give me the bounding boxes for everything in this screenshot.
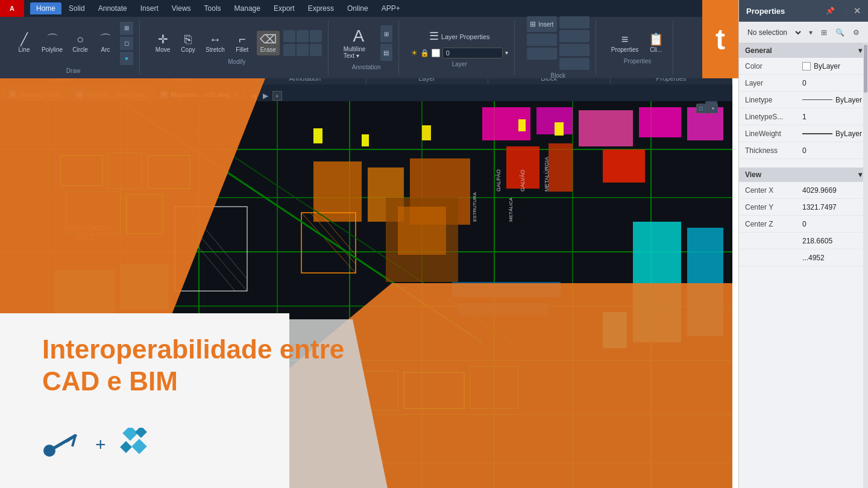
svg-rect-23: [549, 143, 573, 192]
ribbon-tab-express[interactable]: Express: [302, 2, 340, 14]
tab-dwg-icon-1: D: [9, 91, 16, 98]
ribbon-tab-annotate[interactable]: Annotate: [92, 2, 133, 14]
lineweight-value[interactable]: ByLayer: [802, 130, 862, 138]
ribbon-tab-solid[interactable]: Solid: [63, 2, 91, 14]
layer-row-value[interactable]: 0: [802, 79, 862, 87]
clipboard-button[interactable]: 📋 Cli...: [645, 31, 667, 55]
block-insert-btn-1[interactable]: ⊞ Insert: [527, 16, 557, 32]
modify-btn-3[interactable]: [310, 30, 322, 42]
linetype-text: ByLayer: [835, 96, 862, 104]
line-button[interactable]: ╱ Line: [13, 31, 35, 55]
ribbon-group-modify: ✛ Move ⎘ Copy ↔ Stretch ⌐ Fillet ⌫ Era: [146, 20, 329, 75]
modify-btn-2[interactable]: [297, 30, 309, 42]
clipboard-label: Cli...: [650, 46, 662, 53]
tab-nav-left[interactable]: ◀: [248, 90, 259, 101]
layer-name-input[interactable]: [442, 48, 503, 58]
ribbon-tab-home[interactable]: Home: [30, 2, 61, 14]
polyline-label: Polyline: [42, 46, 63, 53]
multiline-text-icon: A: [353, 28, 364, 45]
modify-btn-1[interactable]: [283, 30, 295, 42]
copy-button[interactable]: ⎘ Copy: [177, 31, 199, 55]
revit-logo: [42, 430, 84, 460]
block-btn-7[interactable]: [559, 58, 590, 70]
svg-rect-51: [54, 270, 115, 318]
viewport-maximize-btn[interactable]: □: [696, 104, 706, 113]
draw-circle-btn[interactable]: ●: [120, 52, 133, 65]
viewport-close-btn[interactable]: ×: [708, 104, 718, 113]
props-selection-arrow[interactable]: ▾: [807, 27, 815, 38]
svg-rect-55: [452, 282, 561, 297]
center-z-value[interactable]: 0: [802, 220, 862, 228]
draw-expand-btn[interactable]: ⊞: [120, 22, 133, 35]
stretch-button[interactable]: ↔ Stretch: [203, 31, 228, 55]
stretch-icon: ↔: [209, 33, 221, 45]
multiline-text-button[interactable]: A Multiline Text ▾: [341, 25, 377, 61]
linetypes-value[interactable]: 1: [802, 113, 862, 121]
circle-button[interactable]: ○ Circle: [69, 31, 91, 55]
ribbon-tab-views[interactable]: Views: [166, 2, 197, 14]
properties-selection-dropdown[interactable]: No selection: [745, 28, 803, 37]
ribbon-tab-online[interactable]: Online: [341, 2, 374, 14]
multiline-text-label: Multiline Text ▾: [344, 46, 374, 59]
props-filter-btn[interactable]: ⚙: [851, 27, 862, 38]
thickness-value[interactable]: 0: [802, 146, 862, 155]
tab-dwg-icon-3: D: [160, 91, 168, 98]
lineweight-text: ByLayer: [835, 130, 862, 138]
annotation-more-btn[interactable]: ▤: [380, 44, 392, 61]
ribbon-tab-export[interactable]: Export: [268, 2, 301, 14]
fillet-button[interactable]: ⌐ Fillet: [231, 31, 253, 55]
tab-close-mapeam[interactable]: ✕: [233, 91, 238, 98]
block-btn-5[interactable]: [559, 30, 590, 42]
modify-btn-4[interactable]: [283, 44, 295, 56]
move-button[interactable]: ✛ Move: [152, 31, 174, 55]
block-btn-4[interactable]: [559, 16, 590, 28]
draw-more-btn[interactable]: ◻: [120, 37, 133, 50]
properties-scroll-thumb[interactable]: [864, 45, 867, 93]
view-value2-value[interactable]: ...4952: [802, 254, 862, 262]
svg-text:METÁLICA: METÁLICA: [508, 197, 514, 222]
general-section-header[interactable]: General ▾: [739, 43, 868, 58]
lineweight-row: LineWeight ByLayer: [739, 125, 868, 142]
center-z-text: 0: [802, 220, 807, 228]
modify-btn-6[interactable]: [310, 44, 322, 56]
center-x-value[interactable]: 4029.9669: [802, 186, 862, 195]
erase-button[interactable]: ⌫ Erase: [257, 31, 280, 55]
view-value1-value[interactable]: 218.6605: [802, 237, 862, 245]
center-y-value[interactable]: 1321.7497: [802, 203, 862, 211]
tab-mapeam[interactable]: D Mapeam... v.01.dwg ✕: [154, 87, 244, 101]
block-btn-2[interactable]: [527, 34, 557, 46]
properties-group-label: Properties: [624, 58, 652, 64]
polyline-button[interactable]: ⌒ Polyline: [39, 31, 66, 55]
layer-dropdown-arrow[interactable]: ▾: [505, 49, 508, 56]
annotation-expand-btn[interactable]: ⊞: [380, 25, 392, 42]
view-section-header[interactable]: View ▾: [739, 167, 868, 182]
linetypes-text: 1: [802, 113, 807, 121]
properties-panel-close[interactable]: ✕: [854, 6, 861, 16]
props-maximize-btn[interactable]: □: [841, 5, 850, 16]
properties-scrollbar[interactable]: [863, 43, 868, 488]
linetype-value[interactable]: ByLayer: [802, 96, 862, 104]
tab-drawing1[interactable]: D Drawing1.dwg: [2, 87, 68, 101]
tab-nav-right[interactable]: ▶: [260, 90, 271, 101]
block-btn-6[interactable]: [559, 44, 590, 56]
stretch-label: Stretch: [206, 46, 225, 53]
properties-button[interactable]: ≡ Properties: [608, 31, 642, 55]
props-search-btn[interactable]: 🔍: [833, 27, 847, 38]
block-btn-3[interactable]: [527, 48, 557, 60]
ribbon-tab-manage[interactable]: Manage: [228, 2, 266, 14]
layer-sun-icon: ☀: [411, 49, 418, 57]
props-pin-btn[interactable]: 📌: [823, 5, 837, 16]
layer-row-label: Layer: [745, 79, 802, 87]
ribbon-tab-insert[interactable]: Insert: [134, 2, 165, 14]
props-toggle-value-btn[interactable]: ⊞: [819, 27, 829, 38]
copy-label: Copy: [181, 46, 195, 53]
arc-button[interactable]: ⌒ Arc: [95, 31, 116, 55]
tab-145493[interactable]: D 145493....motor.dwg: [69, 87, 153, 101]
new-tab-button[interactable]: +: [272, 91, 282, 101]
color-value[interactable]: ByLayer: [802, 62, 862, 70]
ribbon-tab-tools[interactable]: Tools: [198, 2, 227, 14]
heading-line2: CAD e BIM: [42, 366, 178, 396]
layer-properties-button[interactable]: ☰ Layer Properties: [426, 28, 493, 45]
ribbon-tab-appp[interactable]: APP+: [376, 2, 406, 14]
modify-btn-5[interactable]: [297, 44, 309, 56]
